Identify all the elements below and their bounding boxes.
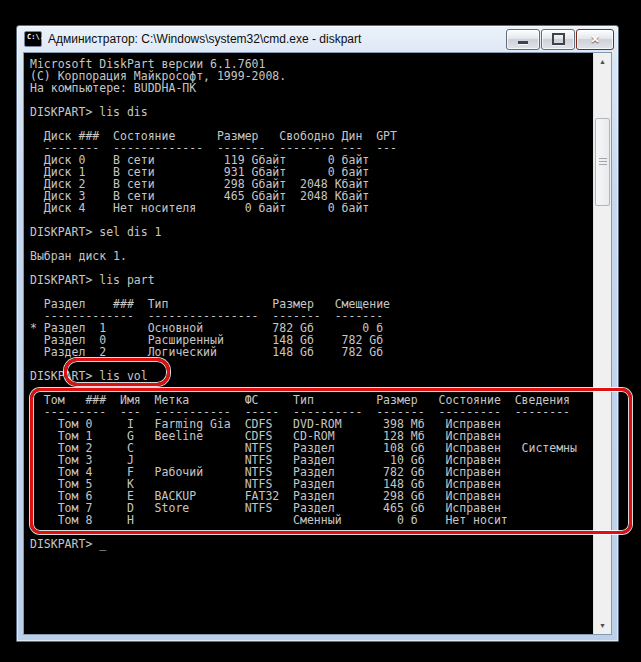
console-line: DISKPART> lis part [30, 274, 593, 286]
console-line: DISKPART> _ [30, 538, 593, 550]
window-title: Администратор: C:\Windows\system32\cmd.e… [48, 32, 506, 46]
cmd-window: C:\. Администратор: C:\Windows\system32\… [16, 25, 619, 642]
console-client-area: Microsoft DiskPart версии 6.1.7601(C) Ко… [23, 52, 612, 635]
console-line: Раздел 2 Логический 148 Gб 782 Gб [30, 346, 593, 358]
console-line: DISKPART> lis vol [30, 370, 593, 382]
scroll-track[interactable] [594, 70, 611, 617]
console-output[interactable]: Microsoft DiskPart версии 6.1.7601(C) Ко… [24, 53, 593, 634]
minimize-button[interactable] [506, 29, 540, 50]
title-bar[interactable]: C:\. Администратор: C:\Windows\system32\… [17, 26, 618, 52]
console-line: Том 8 H Сменный 0 б Нет носит [30, 514, 593, 526]
scroll-thumb[interactable] [595, 118, 610, 206]
window-controls: ✕ [506, 29, 614, 50]
console-line: На компьютере: BUDDHA-ПК [30, 82, 593, 94]
maximize-button[interactable] [541, 29, 575, 50]
close-icon: ✕ [590, 34, 599, 45]
console-line: DISKPART> lis dis [30, 106, 593, 118]
scroll-up-button[interactable]: ▲ [594, 53, 611, 70]
console-line: DISKPART> sel dis 1 [30, 226, 593, 238]
console-line: Выбран диск 1. [30, 250, 593, 262]
console-line: Диск 4 Нет носителя 0 байт 0 байт [30, 202, 593, 214]
vertical-scrollbar: ▲ ▼ [593, 53, 611, 634]
scroll-down-button[interactable]: ▼ [594, 617, 611, 634]
cmd-icon-text: C:\. [27, 33, 44, 42]
console-line [30, 526, 593, 538]
cmd-icon: C:\. [24, 31, 42, 47]
scroll-thumb-grip-icon [599, 158, 607, 166]
desktop-background: C:\. Администратор: C:\Windows\system32\… [0, 0, 641, 662]
minimize-icon [518, 41, 528, 44]
maximize-icon [552, 33, 565, 45]
close-button[interactable]: ✕ [576, 29, 614, 50]
